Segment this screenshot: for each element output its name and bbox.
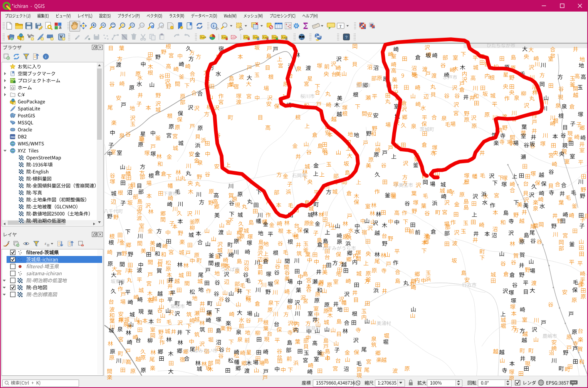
svg-text:ε: ε (45, 241, 47, 246)
svg-text:?: ? (345, 35, 348, 40)
svg-text:DB2: DB2 (11, 136, 16, 138)
svg-text:a: a (59, 25, 62, 30)
svg-text:abc: abc (284, 36, 287, 38)
svg-text:abc: abc (232, 36, 236, 38)
svg-text:i: i (213, 23, 214, 28)
svg-text:1:1: 1:1 (140, 24, 143, 27)
svg-text:abc: abc (202, 36, 206, 38)
svg-text:T: T (339, 24, 342, 28)
svg-text:i: i (45, 55, 46, 59)
